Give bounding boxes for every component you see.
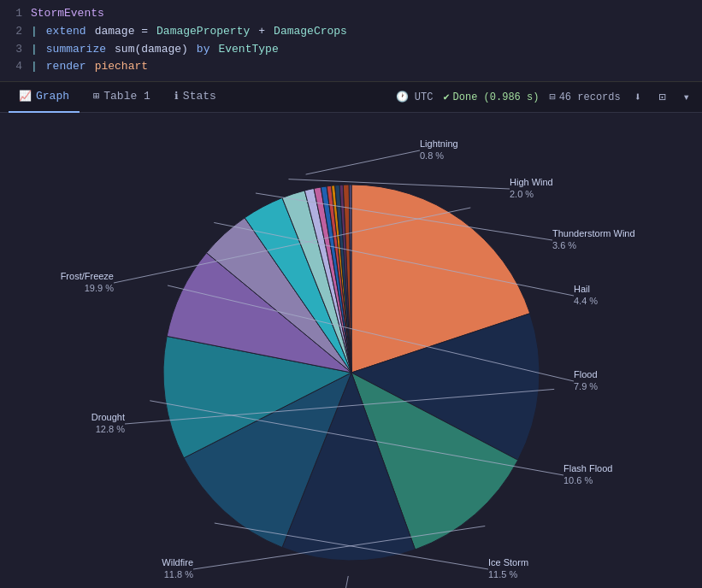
svg-text:10.6 %: 10.6 %	[563, 475, 593, 485]
status-done: ✔ Done (0.986 s)	[443, 91, 539, 103]
tab-graph[interactable]: 📈 Graph	[9, 82, 80, 113]
line-number: 1	[9, 5, 22, 23]
code-line-2: 2 | extend damage = DamageProperty + Dam…	[9, 23, 693, 41]
code-token: render	[46, 58, 86, 76]
code-token: StormEvents	[31, 5, 104, 23]
code-token: by	[197, 41, 210, 59]
svg-text:11.5 %: 11.5 %	[488, 569, 517, 579]
tab-table-label: Table 1	[103, 90, 150, 103]
code-line-3: 3 | summarize sum(damage) by EventType	[9, 41, 693, 59]
svg-text:Flood: Flood	[574, 369, 598, 379]
status-text: Done (0.986 s)	[453, 91, 540, 103]
tab-stats-label: Stats	[183, 90, 216, 103]
svg-text:3.6 %: 3.6 %	[552, 240, 576, 250]
svg-text:Drought: Drought	[91, 412, 124, 422]
svg-text:11.8 %: 11.8 %	[163, 569, 192, 579]
svg-text:2.0 %: 2.0 %	[510, 189, 534, 199]
tab-graph-label: Graph	[36, 90, 69, 103]
graph-icon: 📈	[19, 90, 32, 103]
svg-text:12.8 %: 12.8 %	[95, 424, 124, 434]
code-token: |	[31, 23, 38, 41]
svg-text:Lightning: Lightning	[420, 138, 458, 149]
svg-text:Hail: Hail	[574, 284, 590, 294]
svg-text:4.4 %: 4.4 %	[574, 296, 598, 306]
code-token: damage =	[95, 23, 148, 41]
svg-text:0.8 %: 0.8 %	[420, 150, 444, 161]
timezone-label: 🕐 UTC	[396, 91, 434, 103]
svg-text:Wildfire: Wildfire	[162, 557, 193, 567]
code-token: sum(damage)	[115, 41, 188, 59]
code-token: summarize	[46, 41, 106, 59]
svg-text:7.9 %: 7.9 %	[574, 381, 598, 391]
code-token: +	[258, 23, 265, 41]
line-number: 4	[9, 58, 22, 76]
records-badge: ⊟ 46 records	[549, 91, 620, 103]
code-line-1: 1 StormEvents	[9, 5, 693, 23]
result-toolbar: 📈 Graph ⊞ Table 1 ℹ Stats 🕐 UTC ✔ Done (…	[0, 82, 702, 113]
code-token: DamageCrops	[274, 23, 347, 41]
pie-slices	[163, 185, 540, 561]
download-button[interactable]: ⬇	[631, 88, 645, 106]
code-token: EventType	[218, 41, 278, 59]
line-number: 2	[9, 23, 22, 41]
line-number: 3	[9, 41, 22, 59]
code-line-4: 4 | render piechart	[9, 58, 693, 76]
code-token: |	[31, 58, 38, 76]
code-token: piechart	[95, 58, 148, 76]
table-icon: ⊞	[93, 90, 99, 103]
check-icon: ✔	[443, 91, 449, 103]
tab-table[interactable]: ⊞ Table 1	[83, 82, 161, 113]
svg-text:Ice Storm: Ice Storm	[488, 557, 528, 567]
svg-text:19.9 %: 19.9 %	[84, 283, 113, 293]
code-token: extend	[46, 23, 86, 41]
svg-line-0	[305, 150, 419, 174]
pie-chart-svg: Lightning0.8 %High Wind2.0 %Thunderstorm…	[61, 133, 642, 588]
records-count: 46 records	[559, 91, 621, 103]
svg-text:High Wind: High Wind	[510, 177, 553, 187]
code-token: DamageProperty	[156, 23, 250, 41]
stats-icon: ℹ	[174, 90, 179, 103]
chart-container: Lightning0.8 %High Wind2.0 %Thunderstorm…	[0, 113, 702, 588]
tab-stats[interactable]: ℹ Stats	[164, 82, 227, 113]
expand-button[interactable]: ⊡	[655, 88, 669, 106]
toolbar-right: 🕐 UTC ✔ Done (0.986 s) ⊟ 46 records ⬇ ⊡ …	[396, 88, 693, 106]
svg-text:Flash Flood: Flash Flood	[563, 463, 612, 473]
code-token: |	[31, 41, 38, 59]
code-editor: 1 StormEvents 2 | extend damage = Damage…	[0, 0, 702, 82]
svg-text:Frost/Freeze: Frost/Freeze	[60, 271, 113, 281]
svg-text:Thunderstorm Wind: Thunderstorm Wind	[552, 228, 635, 238]
svg-line-21	[343, 576, 348, 588]
more-button[interactable]: ▾	[680, 88, 693, 106]
records-icon: ⊟	[549, 91, 555, 103]
